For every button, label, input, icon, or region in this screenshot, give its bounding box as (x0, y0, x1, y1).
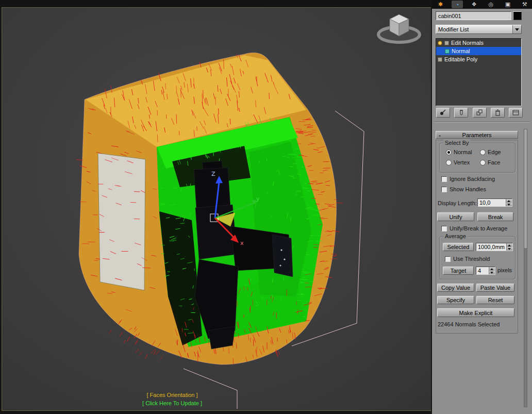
chevron-down-icon[interactable] (512, 25, 521, 34)
select-by-group: Select By Normal Edge Vertex Face (439, 143, 516, 173)
copy-value-button[interactable]: Copy Value (437, 284, 474, 292)
radio-vertex-label: Vertex (454, 159, 470, 166)
spinner-up-icon[interactable] (507, 243, 512, 247)
unify-break-average-label: Unify/Break to Average (450, 225, 507, 232)
viewport-canvas: Z y x (2, 8, 431, 410)
specify-button[interactable]: Specify (437, 296, 474, 304)
target-pixels-field[interactable]: 4 (476, 267, 495, 275)
3dsmax-window: Z y x [ Faces Orientation ] [ Click Here… (0, 0, 532, 414)
parameters-rollout-body: Select By Normal Edge Vertex Face Ignore… (436, 140, 518, 334)
radio-edge[interactable] (480, 150, 486, 155)
show-handles-checkbox[interactable] (441, 187, 447, 192)
ignore-backfacing-checkbox[interactable] (441, 176, 447, 182)
hierarchy-tab-icon[interactable]: ❖ (469, 1, 480, 8)
spinner-down-icon[interactable] (507, 247, 512, 251)
modifier-list-dropdown[interactable]: Modifier List (436, 25, 522, 34)
motion-tab-icon[interactable]: ◎ (485, 1, 496, 8)
normals-selected-status: 22464 Normals Selected (438, 321, 500, 328)
unify-button[interactable]: Unify (437, 212, 474, 221)
display-length-value: 10,0 (478, 199, 506, 206)
rollout-title: Parameters (443, 132, 510, 138)
radio-vertex[interactable] (446, 160, 452, 165)
radio-face[interactable] (480, 160, 486, 165)
spinner-up-icon[interactable] (489, 267, 495, 271)
break-button[interactable]: Break (477, 212, 513, 221)
display-length-spinner (506, 199, 512, 206)
stack-item-label: Edit Normals (451, 40, 484, 46)
gizmo-z-label: Z (211, 171, 215, 177)
select-by-group-label: Select By (443, 140, 470, 146)
gizmo-y-label: y (256, 195, 260, 202)
average-threshold-field[interactable]: 1000,0mm (476, 243, 513, 251)
collapse-icon: - (436, 132, 443, 138)
display-length-label: Display Length: (438, 200, 477, 207)
panel-divider (434, 122, 530, 123)
stack-item-label: Normal (452, 48, 470, 54)
paste-value-button[interactable]: Paste Value (476, 284, 514, 292)
command-panel: ✱ ◔ ❖ ◎ ▣ ⚒ cabin001 Modifier List Edit … (431, 0, 532, 414)
target-button[interactable]: Target (443, 267, 474, 275)
object-color-swatch[interactable] (513, 11, 522, 20)
click-to-update-label[interactable]: [ Click Here To Update ] (142, 400, 202, 406)
average-threshold-value: 1000,0mm (476, 243, 506, 251)
modifier-icon (444, 41, 449, 45)
lightbulb-icon[interactable] (438, 41, 442, 45)
unify-break-average-checkbox[interactable] (441, 226, 447, 231)
average-group-label: Average (443, 233, 468, 239)
radio-normal-label: Normal (454, 149, 472, 156)
configure-modifier-sets-button[interactable] (509, 108, 523, 118)
remove-modifier-button[interactable] (491, 108, 505, 118)
spinner-down-icon[interactable] (506, 203, 512, 206)
parameters-rollout-header[interactable]: - Parameters (436, 131, 518, 139)
use-threshold-checkbox[interactable] (445, 256, 451, 262)
target-pixels-spinner (489, 267, 495, 274)
modifier-stack: Edit Normals Normal Editable Poly (436, 38, 522, 106)
radio-normal[interactable] (446, 150, 452, 155)
average-threshold-spinner (506, 243, 512, 251)
target-pixels-value: 4 (476, 267, 489, 274)
pin-stack-button[interactable] (436, 108, 450, 118)
display-tab-icon[interactable]: ▣ (502, 1, 513, 8)
faces-orientation-label: [ Faces Orientation ] (146, 392, 197, 398)
perspective-viewport[interactable]: Z y x [ Faces Orientation ] [ Click Here… (2, 7, 432, 411)
stack-item-edit-normals[interactable]: Edit Normals (436, 39, 521, 47)
make-explicit-button[interactable]: Make Explicit (437, 308, 514, 317)
gizmo-x-label: x (240, 240, 244, 246)
average-group: Average Selected 1000,0mm Use Threshold … (439, 236, 516, 279)
editable-poly-icon (438, 57, 442, 62)
command-panel-tabs: ✱ ◔ ❖ ◎ ▣ ⚒ (432, 0, 532, 9)
reset-button[interactable]: Reset (476, 296, 514, 304)
use-threshold-label: Use Threshold (453, 256, 490, 262)
stack-item-label: Editable Poly (444, 56, 477, 62)
selected-button[interactable]: Selected (443, 243, 474, 251)
stack-item-editable-poly[interactable]: Editable Poly (436, 55, 521, 63)
spinner-up-icon[interactable] (506, 199, 512, 203)
modifier-list-label: Modifier List (436, 26, 512, 32)
show-handles-label: Show Handles (450, 186, 486, 193)
make-unique-button[interactable] (473, 108, 487, 118)
spinner-down-icon[interactable] (489, 271, 495, 274)
panel-scrollbar[interactable] (524, 129, 527, 407)
radio-edge-label: Edge (488, 149, 501, 156)
show-end-result-button[interactable] (454, 108, 468, 118)
utilities-tab-icon[interactable]: ⚒ (519, 1, 530, 8)
object-name-field[interactable]: cabin001 (436, 11, 511, 20)
create-tab-icon[interactable]: ✱ (435, 1, 446, 8)
radio-face-label: Face (488, 159, 500, 166)
stack-item-normal-subobject[interactable]: Normal (436, 47, 521, 55)
scrollbar-thumb[interactable] (524, 129, 527, 248)
target-pixels-unit-label: pixels (497, 267, 512, 274)
ignore-backfacing-label: Ignore Backfacing (450, 176, 495, 183)
normal-subobject-icon (445, 49, 450, 54)
modify-tab-icon[interactable]: ◔ (452, 1, 463, 8)
modifier-stack-toolbar (436, 108, 523, 118)
display-length-field[interactable]: 10,0 (477, 198, 512, 207)
